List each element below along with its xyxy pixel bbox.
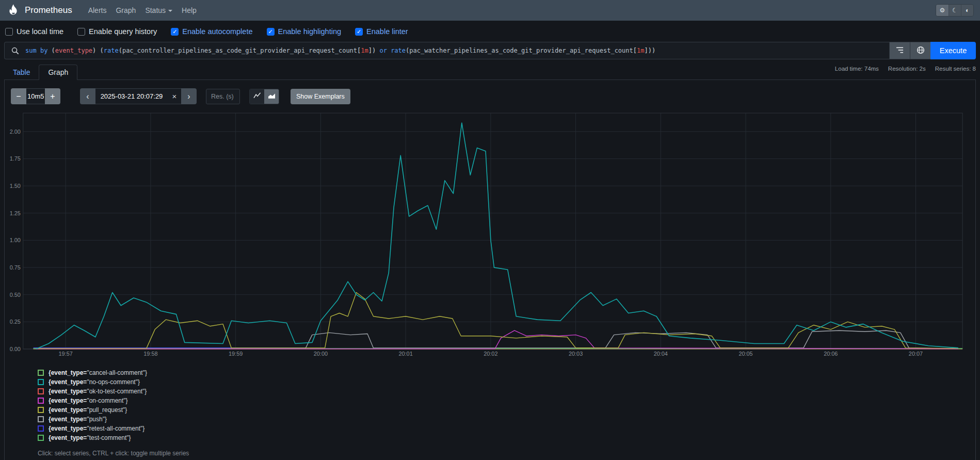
legend-hint: Click: select series, CTRL + click: togg… — [38, 450, 975, 457]
query-stats: Load time: 74ms Resolution: 2s Result se… — [835, 65, 976, 72]
series-swatch — [38, 398, 44, 404]
svg-text:19:57: 19:57 — [59, 351, 73, 357]
checkbox[interactable]: ✓ — [355, 28, 363, 36]
legend-item-on-comment[interactable]: {event_type="on-comment"} — [38, 396, 975, 405]
legend: {event_type="cancel-all-comment"}{event_… — [38, 368, 975, 442]
search-icon — [5, 42, 25, 59]
legend-item-ok-to-test-comment[interactable]: {event_type="ok-to-test-comment"} — [38, 387, 975, 396]
range-zoom-out-button[interactable]: − — [11, 88, 26, 104]
stacked-chart-button[interactable] — [264, 89, 279, 104]
svg-text:1.50: 1.50 — [10, 183, 21, 189]
legend-item-pull_request[interactable]: {event_type="pull_request"} — [38, 405, 975, 415]
time-back-button[interactable]: ‹ — [80, 88, 95, 104]
range-zoom-in-button[interactable]: + — [45, 88, 60, 104]
query-bar: sum by (event_type) (rate(pac_controller… — [4, 42, 976, 59]
nav-help[interactable]: Help — [177, 3, 201, 18]
legend-item-no-ops-comment[interactable]: {event_type="no-ops-comment"} — [38, 377, 975, 387]
series-label: {event_type="ok-to-test-comment"} — [49, 388, 147, 395]
series-label: {event_type="retest-all-comment"} — [49, 425, 144, 432]
graph-panel: − + ‹ × › — [4, 80, 976, 460]
time-forward-button[interactable]: › — [181, 88, 197, 104]
option-enable-highlighting[interactable]: ✓Enable highlighting — [267, 27, 342, 36]
legend-item-retest-all-comment[interactable]: {event_type="retest-all-comment"} — [38, 424, 975, 433]
stacked-chart-icon — [268, 92, 276, 101]
prometheus-logo-icon — [6, 4, 20, 18]
chevron-down-icon — [168, 10, 172, 12]
svg-text:20:04: 20:04 — [654, 351, 668, 357]
checkbox[interactable] — [77, 28, 85, 36]
checkbox[interactable]: ✓ — [267, 28, 275, 36]
series-swatch — [38, 435, 44, 441]
option-enable-autocomplete[interactable]: ✓Enable autocomplete — [171, 27, 252, 36]
svg-text:20:06: 20:06 — [824, 351, 838, 357]
load-time: Load time: 74ms — [835, 66, 879, 72]
series-swatch — [38, 370, 44, 376]
option-use-local-time[interactable]: Use local time — [5, 27, 63, 36]
graph-canvas[interactable]: 0.000.250.500.751.001.251.501.752.0019:5… — [10, 110, 970, 357]
nav-alerts[interactable]: Alerts — [84, 3, 111, 18]
svg-text:2.00: 2.00 — [10, 129, 21, 135]
tree-view-icon — [896, 46, 904, 55]
option-label: Enable highlighting — [278, 27, 342, 36]
series-label: {event_type="cancel-all-comment"} — [49, 369, 147, 376]
option-label: Enable linter — [366, 27, 408, 36]
legend-item-cancel-all-comment[interactable]: {event_type="cancel-all-comment"} — [38, 368, 975, 377]
series-swatch — [38, 416, 44, 422]
legend-item-test-comment[interactable]: {event_type="test-comment"} — [38, 433, 975, 442]
option-label: Use local time — [17, 27, 63, 36]
svg-text:20:00: 20:00 — [314, 351, 328, 357]
brand[interactable]: Prometheus — [6, 4, 72, 18]
line-chart-button[interactable] — [250, 89, 264, 104]
svg-text:0.50: 0.50 — [10, 292, 21, 298]
resolution-input[interactable] — [206, 89, 240, 104]
option-enable-query-history[interactable]: Enable query history — [77, 27, 157, 36]
tab-graph[interactable]: Graph — [39, 65, 77, 80]
checkbox[interactable]: ✓ — [171, 28, 179, 36]
clear-time-button[interactable]: × — [168, 91, 181, 101]
tab-table[interactable]: Table — [4, 65, 39, 80]
checkbox[interactable] — [5, 28, 13, 36]
svg-text:20:03: 20:03 — [569, 351, 583, 357]
result-series: Result series: 8 — [935, 66, 976, 72]
gear-icon[interactable]: ⚙ — [936, 5, 949, 16]
range-control: − + — [11, 88, 60, 104]
svg-text:20:02: 20:02 — [484, 351, 497, 357]
option-label: Enable autocomplete — [182, 27, 252, 36]
nav-graph[interactable]: Graph — [111, 3, 140, 18]
series-label: {event_type="test-comment"} — [49, 434, 131, 441]
legend-item-push[interactable]: {event_type="push"} — [38, 415, 975, 424]
svg-text:1.75: 1.75 — [10, 155, 21, 162]
svg-text:19:58: 19:58 — [143, 351, 157, 357]
datetime-wrap: × — [95, 88, 181, 104]
query-tree-view-button[interactable] — [889, 42, 910, 59]
series-swatch — [38, 379, 44, 385]
metrics-explorer-button[interactable] — [910, 42, 930, 59]
contrast-icon[interactable]: ◐ — [961, 5, 973, 16]
option-enable-linter[interactable]: ✓Enable linter — [355, 27, 408, 36]
svg-text:1.25: 1.25 — [10, 210, 21, 216]
show-exemplars-button[interactable]: Show Exemplars — [291, 89, 350, 104]
svg-text:19:59: 19:59 — [229, 351, 243, 357]
svg-text:20:01: 20:01 — [398, 351, 412, 357]
line-chart-icon — [253, 92, 261, 101]
svg-text:20:07: 20:07 — [909, 351, 923, 357]
series-swatch — [38, 407, 44, 413]
svg-text:0.00: 0.00 — [10, 346, 21, 352]
query-expression-input[interactable]: sum by (event_type) (rate(pac_controller… — [25, 42, 889, 59]
graph-toolbar: − + ‹ × › — [5, 84, 975, 106]
series-label: {event_type="pull_request"} — [49, 406, 127, 414]
datetime-input[interactable] — [95, 92, 168, 101]
range-duration-input[interactable] — [26, 88, 45, 104]
svg-text:20:05: 20:05 — [738, 351, 752, 357]
nav-status[interactable]: Status — [140, 3, 177, 18]
graph-area: 0.000.250.500.751.001.251.501.752.0019:5… — [10, 110, 970, 357]
series-label: {event_type="push"} — [49, 416, 107, 423]
series-swatch — [38, 388, 44, 394]
execute-button[interactable]: Execute — [930, 42, 976, 59]
moon-icon[interactable]: ☾ — [949, 5, 961, 16]
svg-text:0.25: 0.25 — [10, 319, 21, 325]
query-input-group: sum by (event_type) (rate(pac_controller… — [4, 42, 930, 59]
chart-type-toggle — [249, 89, 279, 104]
svg-text:0.75: 0.75 — [10, 264, 21, 271]
series-label: {event_type="no-ops-comment"} — [49, 378, 140, 386]
